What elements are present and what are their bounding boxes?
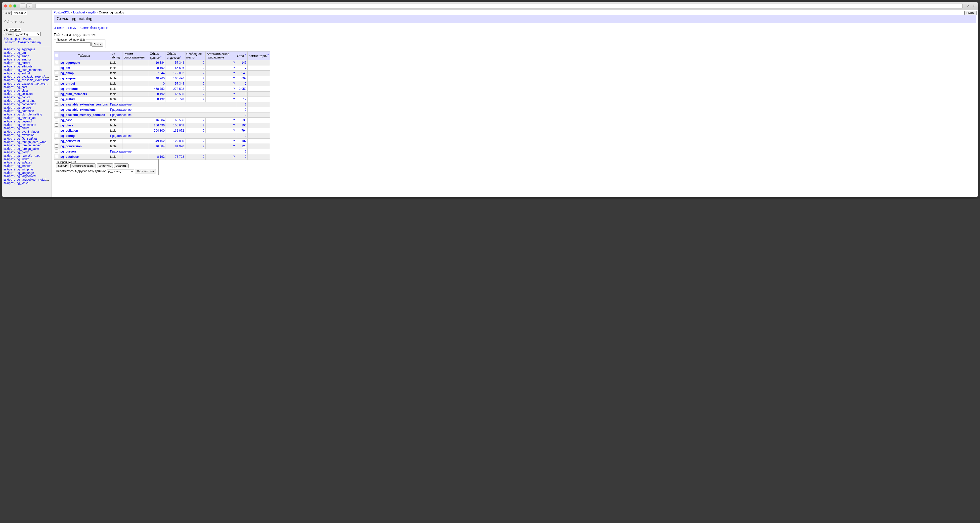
data-free-link[interactable]: ? xyxy=(203,82,205,85)
table-link[interactable]: pg_collation xyxy=(17,92,33,96)
rows-link[interactable]: 12 xyxy=(243,97,247,101)
table-link[interactable]: pg_config xyxy=(17,96,30,99)
auto-incr-link[interactable]: ? xyxy=(233,139,235,143)
table-name-link[interactable]: pg_authid xyxy=(60,97,75,101)
export-link[interactable]: Экспорт xyxy=(3,41,15,44)
table-name-link[interactable]: pg_conversion xyxy=(60,145,81,148)
index-length-link[interactable]: 155 648 xyxy=(173,124,184,127)
table-link[interactable]: pg_largeobject xyxy=(17,175,36,178)
select-link[interactable]: выбрать xyxy=(3,89,15,92)
auto-incr-link[interactable]: ? xyxy=(233,66,235,70)
table-link[interactable]: pg_event_trigger xyxy=(17,130,39,133)
index-length-link[interactable]: 73 728 xyxy=(175,155,184,158)
index-length-link[interactable]: 65 536 xyxy=(175,92,184,96)
select-link[interactable]: выбрать xyxy=(3,161,15,164)
rows-link[interactable]: 0 xyxy=(245,82,247,85)
row-checkbox[interactable] xyxy=(55,61,58,64)
index-length-link[interactable]: 81 920 xyxy=(175,145,184,148)
table-link[interactable]: pg_default_acl xyxy=(17,116,36,120)
rows-link[interactable]: 230 xyxy=(242,118,247,122)
row-checkbox[interactable] xyxy=(55,108,58,111)
rows-link[interactable]: 2 xyxy=(245,155,247,158)
auto-incr-link[interactable]: ? xyxy=(233,87,235,91)
breadcrumb-db[interactable]: mydb xyxy=(88,11,95,14)
table-name-link[interactable]: pg_config xyxy=(60,134,75,137)
table-link[interactable]: pg_description xyxy=(17,123,36,127)
select-link[interactable]: выбрать xyxy=(3,55,15,58)
table-link[interactable]: pg_available_extensions xyxy=(17,79,49,82)
table-link[interactable]: pg_extension xyxy=(17,134,34,137)
select-link[interactable]: выбрать xyxy=(3,151,15,154)
select-link[interactable]: выбрать xyxy=(3,69,15,72)
select-link[interactable]: выбрать xyxy=(3,147,15,150)
select-link[interactable]: выбрать xyxy=(3,123,15,127)
select-link[interactable]: выбрать xyxy=(3,175,15,178)
row-checkbox[interactable] xyxy=(55,87,58,90)
select-link[interactable]: выбрать xyxy=(3,178,15,182)
data-length-link[interactable]: 16 384 xyxy=(155,61,165,64)
language-select[interactable]: Русский xyxy=(11,11,27,15)
select-link[interactable]: выбрать xyxy=(3,82,15,85)
row-checkbox[interactable] xyxy=(55,118,58,121)
table-link[interactable]: pg_attribute xyxy=(17,65,32,68)
table-link[interactable]: pg_available_extension_versions xyxy=(17,75,50,78)
select-link[interactable]: выбрать xyxy=(3,144,15,147)
data-free-link[interactable]: ? xyxy=(203,97,205,101)
add-tab-button[interactable]: + xyxy=(972,4,976,8)
auto-incr-link[interactable]: ? xyxy=(233,61,235,64)
row-checkbox[interactable] xyxy=(55,81,58,85)
minimize-window-button[interactable] xyxy=(9,5,12,8)
truncate-button[interactable] xyxy=(97,163,113,168)
index-length-link[interactable]: 65 536 xyxy=(175,66,184,70)
row-checkbox[interactable] xyxy=(55,66,58,69)
select-link[interactable]: выбрать xyxy=(3,168,15,171)
data-free-link[interactable]: ? xyxy=(203,145,205,148)
table-name-link[interactable]: pg_attribute xyxy=(60,87,78,91)
select-link[interactable]: выбрать xyxy=(3,134,15,137)
table-name-link[interactable]: pg_backend_memory_contexts xyxy=(60,113,105,117)
select-link[interactable]: выбрать xyxy=(3,96,15,99)
table-link[interactable]: pg_largeobject_metadata xyxy=(17,178,50,182)
select-link[interactable]: выбрать xyxy=(3,137,15,140)
table-link[interactable]: pg_indexes xyxy=(17,161,32,164)
row-checkbox[interactable] xyxy=(55,123,58,127)
table-link[interactable]: pg_language xyxy=(17,171,34,175)
table-name-link[interactable]: pg_collation xyxy=(60,129,78,132)
select-link[interactable]: выбрать xyxy=(3,103,15,106)
nav-forward-button[interactable]: › xyxy=(26,3,32,8)
select-link[interactable]: выбрать xyxy=(3,158,15,161)
auto-incr-link[interactable]: ? xyxy=(233,155,235,158)
table-link[interactable]: pg_authid xyxy=(17,72,30,75)
select-link[interactable]: выбрать xyxy=(3,182,15,185)
auto-incr-link[interactable]: ? xyxy=(233,77,235,80)
rows-link[interactable]: 3 xyxy=(245,92,247,96)
index-length-link[interactable]: 122 880 xyxy=(173,139,184,143)
auto-incr-link[interactable]: ? xyxy=(233,97,235,101)
select-link[interactable]: выбрать xyxy=(3,61,15,65)
select-link[interactable]: выбрать xyxy=(3,130,15,133)
select-link[interactable]: выбрать xyxy=(3,92,15,96)
alter-schema-link[interactable]: Изменить схему xyxy=(54,26,76,30)
url-bar[interactable] xyxy=(35,3,963,9)
data-length-link[interactable]: 16 384 xyxy=(155,118,165,122)
table-link[interactable]: pg_amproc xyxy=(17,58,32,61)
select-link[interactable]: выбрать xyxy=(3,127,15,130)
index-length-link[interactable]: 131 072 xyxy=(173,129,184,132)
table-link[interactable]: pg_aggregate xyxy=(17,48,35,51)
table-link[interactable]: pg_backend_memory_contexts xyxy=(17,82,50,85)
select-link[interactable]: выбрать xyxy=(3,51,15,54)
table-link[interactable]: pg_attrdef xyxy=(17,61,30,65)
auto-incr-link[interactable]: ? xyxy=(233,124,235,127)
select-link[interactable]: выбрать xyxy=(3,99,15,102)
data-length-link[interactable]: 16 384 xyxy=(155,145,165,148)
select-link[interactable]: выбрать xyxy=(3,79,15,82)
index-length-link[interactable]: 57 344 xyxy=(175,61,184,64)
select-link[interactable]: выбрать xyxy=(3,65,15,68)
data-length-link[interactable]: 8 192 xyxy=(157,97,165,101)
table-name-link[interactable]: pg_am xyxy=(60,66,70,70)
rows-link[interactable]: 697 xyxy=(242,77,247,80)
rows-link[interactable]: 128 xyxy=(242,145,247,148)
table-link[interactable]: pg_file_settings xyxy=(17,137,37,140)
select-link[interactable]: выбрать xyxy=(3,154,15,158)
row-checkbox[interactable] xyxy=(55,113,58,116)
